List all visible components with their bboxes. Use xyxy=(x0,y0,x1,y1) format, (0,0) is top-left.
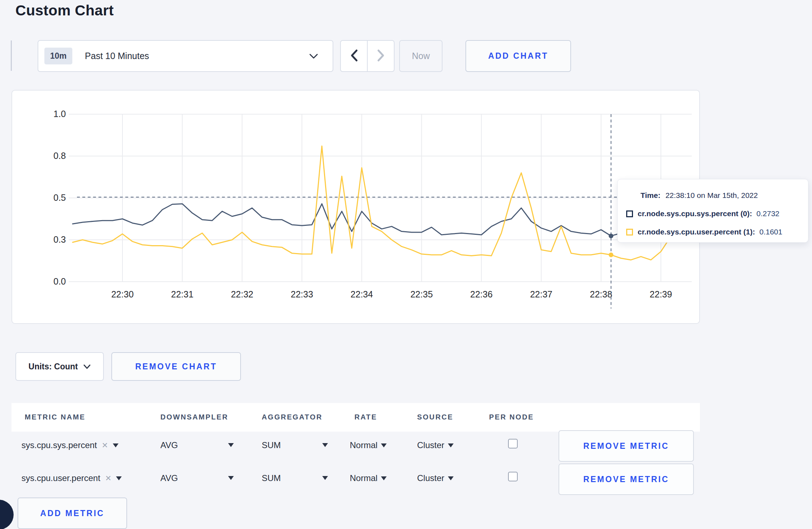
svg-text:22:38: 22:38 xyxy=(590,289,613,299)
custom-chart-page: Custom Chart 10m Past 10 Minutes Now ADD… xyxy=(0,0,812,529)
units-label: Units: Count xyxy=(29,362,78,372)
source-value: Cluster xyxy=(417,473,444,483)
chevron-down-icon xyxy=(309,53,318,59)
tooltip-series-row: cr.node.sys.cpu.sys.percent (0): 0.2732 xyxy=(626,207,801,221)
chevron-right-icon xyxy=(377,49,385,63)
remove-metric-button[interactable]: REMOVE METRIC xyxy=(559,430,694,462)
svg-text:1.0: 1.0 xyxy=(53,109,66,119)
tooltip-series-name: cr.node.sys.cpu.sys.percent (0): xyxy=(638,209,752,218)
page-title: Custom Chart xyxy=(15,2,114,19)
tooltip-series-row: cr.node.sys.cpu.user.percent (1): 0.1601 xyxy=(626,225,801,239)
dropdown-caret-icon xyxy=(116,476,122,480)
dropdown-caret-icon xyxy=(381,476,387,480)
toolbar-divider xyxy=(11,40,12,71)
aggregator-select[interactable]: SUM xyxy=(262,470,281,486)
rate-select[interactable]: Normal xyxy=(350,437,387,453)
svg-text:22:32: 22:32 xyxy=(231,289,253,299)
time-range-label: Past 10 Minutes xyxy=(85,51,149,61)
svg-text:22:36: 22:36 xyxy=(470,289,493,299)
metric-name-value: sys.cpu.sys.percent xyxy=(21,440,97,450)
chevron-down-icon xyxy=(83,364,91,369)
aggregator-value: SUM xyxy=(262,473,281,483)
svg-text:22:30: 22:30 xyxy=(111,289,134,299)
units-select[interactable]: Units: Count xyxy=(15,352,104,381)
downsampler-value: AVG xyxy=(160,473,178,483)
dropdown-caret-icon[interactable] xyxy=(228,443,234,447)
dropdown-caret-icon xyxy=(448,476,454,480)
downsampler-select[interactable]: AVG xyxy=(160,437,178,453)
series-swatch-icon xyxy=(626,229,633,236)
source-select[interactable]: Cluster xyxy=(417,437,454,453)
svg-text:0.3: 0.3 xyxy=(53,234,66,244)
svg-text:22:34: 22:34 xyxy=(351,289,373,299)
svg-text:22:31: 22:31 xyxy=(171,289,194,299)
chart-tooltip: Time: 22:38:10 on Mar 15th, 2022 cr.node… xyxy=(617,179,808,243)
add-chart-button[interactable]: ADD CHART xyxy=(465,40,571,72)
tooltip-time-row: Time: 22:38:10 on Mar 15th, 2022 xyxy=(626,188,801,203)
col-header-source: SOURCE xyxy=(417,413,453,421)
next-time-button[interactable] xyxy=(368,41,394,71)
tooltip-series-name: cr.node.sys.cpu.user.percent (1): xyxy=(638,228,755,236)
time-range-select[interactable]: 10m Past 10 Minutes xyxy=(38,40,333,72)
tooltip-time-label: Time: xyxy=(641,191,661,200)
remove-chart-button[interactable]: REMOVE CHART xyxy=(111,352,241,381)
dropdown-caret-icon xyxy=(448,443,454,447)
tooltip-series-value: 0.2732 xyxy=(757,209,779,218)
svg-text:22:39: 22:39 xyxy=(650,289,672,299)
time-nav-group xyxy=(340,40,395,72)
clear-icon[interactable]: × xyxy=(102,440,108,450)
aggregator-select[interactable]: SUM xyxy=(262,437,281,453)
svg-text:0.0: 0.0 xyxy=(53,276,66,286)
chat-bubble-icon[interactable] xyxy=(0,500,14,529)
svg-text:22:35: 22:35 xyxy=(410,289,433,299)
tooltip-series-value: 0.1601 xyxy=(759,228,782,236)
now-button[interactable]: Now xyxy=(399,40,443,72)
per-node-checkbox[interactable] xyxy=(508,472,518,481)
line-chart[interactable]: 0.00.30.50.81.022:3022:3122:3222:3322:34… xyxy=(12,91,699,323)
col-header-metric-name: METRIC NAME xyxy=(25,413,86,421)
tooltip-time-value: 22:38:10 on Mar 15th, 2022 xyxy=(666,191,758,200)
remove-metric-button[interactable]: REMOVE METRIC xyxy=(559,464,694,495)
downsampler-select[interactable]: AVG xyxy=(160,470,178,486)
source-select[interactable]: Cluster xyxy=(417,470,454,486)
clear-icon[interactable]: × xyxy=(105,473,111,483)
dropdown-caret-icon xyxy=(381,443,387,447)
rate-value: Normal xyxy=(350,473,377,483)
dropdown-caret-icon[interactable] xyxy=(322,443,328,447)
svg-text:22:37: 22:37 xyxy=(530,289,552,299)
metric-name-select[interactable]: sys.cpu.sys.percent × xyxy=(21,437,119,453)
chart-card[interactable]: 0.00.30.50.81.022:3022:3122:3222:3322:34… xyxy=(11,90,700,324)
downsampler-value: AVG xyxy=(160,440,178,450)
prev-time-button[interactable] xyxy=(341,41,368,71)
dropdown-caret-icon[interactable] xyxy=(228,476,234,480)
chevron-left-icon xyxy=(350,49,358,63)
metric-name-value: sys.cpu.user.percent xyxy=(21,473,100,483)
source-value: Cluster xyxy=(417,440,444,450)
aggregator-value: SUM xyxy=(262,440,281,450)
col-header-per-node: PER NODE xyxy=(489,413,534,421)
per-node-checkbox[interactable] xyxy=(508,439,518,448)
metric-name-select[interactable]: sys.cpu.user.percent × xyxy=(21,470,122,486)
svg-text:22:33: 22:33 xyxy=(291,289,313,299)
rate-value: Normal xyxy=(350,440,377,450)
add-metric-button[interactable]: ADD METRIC xyxy=(18,498,127,529)
dropdown-caret-icon xyxy=(113,443,119,447)
time-range-badge: 10m xyxy=(44,48,72,64)
rate-select[interactable]: Normal xyxy=(350,470,387,486)
svg-text:0.8: 0.8 xyxy=(53,151,66,161)
col-header-aggregator: AGGREGATOR xyxy=(262,413,323,421)
col-header-downsampler: DOWNSAMPLER xyxy=(160,413,228,421)
col-header-rate: RATE xyxy=(354,413,377,421)
dropdown-caret-icon[interactable] xyxy=(322,476,328,480)
svg-text:0.5: 0.5 xyxy=(53,193,66,203)
series-swatch-icon xyxy=(626,210,633,217)
